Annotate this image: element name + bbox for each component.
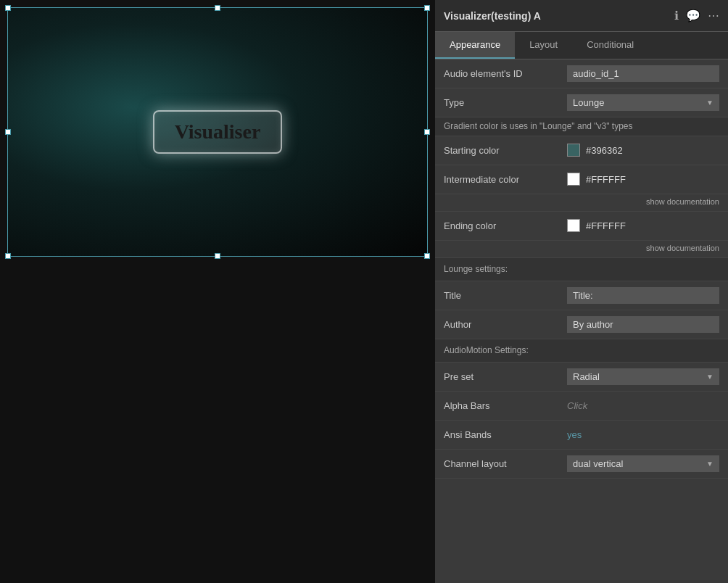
intermediate-color-row-inner: #FFFFFF — [567, 173, 719, 186]
preset-select-container: Radial Linear Bars ▼ — [567, 368, 719, 385]
channel-layout-row: Channel layout dual vertical single dual… — [435, 450, 728, 479]
tab-layout[interactable]: Layout — [515, 32, 572, 59]
starting-color-swatch[interactable] — [567, 144, 580, 157]
canvas-area: Visualiser — [0, 0, 435, 583]
audio-id-label: Audio element's ID — [444, 68, 567, 79]
lounge-settings-label: Lounge settings: — [444, 264, 508, 274]
handle-mid-right[interactable] — [424, 129, 430, 135]
channel-layout-label: Channel layout — [444, 458, 567, 469]
tab-conditional[interactable]: Conditional — [572, 32, 648, 59]
title-value — [567, 287, 719, 304]
show-doc-link-intermediate[interactable]: show documentation — [646, 197, 719, 206]
panel-content[interactable]: Audio element's ID Type Lounge v3 Standa… — [435, 59, 728, 583]
starting-color-row: Starting color #396362 — [435, 136, 728, 165]
ansi-bands-label: Ansi Bands — [444, 429, 567, 440]
ansi-bands-value[interactable]: yes — [567, 429, 719, 440]
ending-color-swatch[interactable] — [567, 219, 580, 232]
author-label: Author — [444, 319, 567, 330]
type-row: Type Lounge v3 Standard ▼ — [435, 88, 728, 117]
show-doc-ending: show documentation — [435, 241, 728, 258]
title-row: Title — [435, 281, 728, 310]
alpha-bars-label: Alpha Bars — [444, 400, 567, 411]
audio-id-row: Audio element's ID — [435, 59, 728, 88]
title-label: Title — [444, 290, 567, 301]
intermediate-color-label: Intermediate color — [444, 174, 567, 185]
intermediate-color-hex: #FFFFFF — [586, 174, 626, 185]
preset-row: Pre set Radial Linear Bars ▼ — [435, 363, 728, 392]
ending-color-row-inner: #FFFFFF — [567, 219, 719, 232]
channel-layout-select[interactable]: dual vertical single dual horizontal — [567, 455, 719, 472]
starting-color-label: Starting color — [444, 145, 567, 156]
alpha-bars-click[interactable]: Click — [567, 400, 587, 411]
tabs: Appearance Layout Conditional — [435, 32, 728, 59]
handle-mid-left[interactable] — [5, 129, 11, 135]
ending-color-row: Ending color #FFFFFF — [435, 212, 728, 241]
right-panel: Visualizer(testing) A ℹ 💬 ⋯ Appearance L… — [435, 0, 728, 583]
panel-title: Visualizer(testing) A — [444, 10, 541, 22]
intermediate-color-row: Intermediate color #FFFFFF — [435, 165, 728, 194]
show-doc-intermediate: show documentation — [435, 194, 728, 212]
tab-appearance[interactable]: Appearance — [435, 32, 515, 59]
intermediate-color-value: #FFFFFF — [567, 173, 719, 186]
audio-id-value — [567, 65, 719, 82]
gradient-info: Gradient color is uses in "Lounge" and "… — [435, 117, 728, 136]
handle-top-left[interactable] — [5, 5, 11, 11]
ending-color-value: #FFFFFF — [567, 219, 719, 232]
audiomotion-settings-label: AudioMotion Settings: — [444, 345, 529, 355]
panel-icons: ℹ 💬 ⋯ — [674, 9, 719, 22]
alpha-bars-value[interactable]: Click — [567, 400, 719, 411]
audiomotion-settings-header: AudioMotion Settings: — [435, 339, 728, 363]
starting-color-value: #396362 — [567, 144, 719, 157]
visualiser-label: Visualiser — [153, 110, 283, 154]
title-input[interactable] — [567, 287, 719, 304]
type-label: Type — [444, 97, 567, 108]
more-icon[interactable]: ⋯ — [708, 9, 719, 22]
type-select-container: Lounge v3 Standard ▼ — [567, 94, 719, 111]
ansi-bands-yes[interactable]: yes — [567, 429, 582, 440]
alpha-bars-row: Alpha Bars Click — [435, 392, 728, 421]
comment-icon[interactable]: 💬 — [686, 9, 700, 22]
type-select[interactable]: Lounge v3 Standard — [567, 94, 719, 111]
ending-color-label: Ending color — [444, 220, 567, 231]
channel-layout-select-container: dual vertical single dual horizontal ▼ — [567, 455, 719, 472]
handle-top-right[interactable] — [424, 5, 430, 11]
lounge-settings-header: Lounge settings: — [435, 258, 728, 281]
ansi-bands-row: Ansi Bands yes — [435, 421, 728, 450]
preset-label: Pre set — [444, 371, 567, 382]
author-row: Author — [435, 310, 728, 339]
ending-color-hex: #FFFFFF — [586, 220, 626, 231]
preset-select[interactable]: Radial Linear Bars — [567, 368, 719, 385]
info-icon[interactable]: ℹ — [674, 9, 679, 22]
panel-header: Visualizer(testing) A ℹ 💬 ⋯ — [435, 0, 728, 32]
handle-bottom-right[interactable] — [424, 253, 430, 259]
author-input[interactable] — [567, 316, 719, 333]
show-doc-link-ending[interactable]: show documentation — [646, 244, 719, 252]
audio-id-input[interactable] — [567, 65, 719, 82]
author-value — [567, 316, 719, 333]
intermediate-color-swatch[interactable] — [567, 173, 580, 186]
starting-color-row-inner: #396362 — [567, 144, 719, 157]
handle-bottom-left[interactable] — [5, 253, 11, 259]
visualizer-canvas[interactable]: Visualiser — [7, 7, 428, 257]
handle-bottom-center[interactable] — [215, 253, 220, 259]
starting-color-hex: #396362 — [586, 145, 623, 156]
handle-top-center[interactable] — [215, 5, 220, 11]
